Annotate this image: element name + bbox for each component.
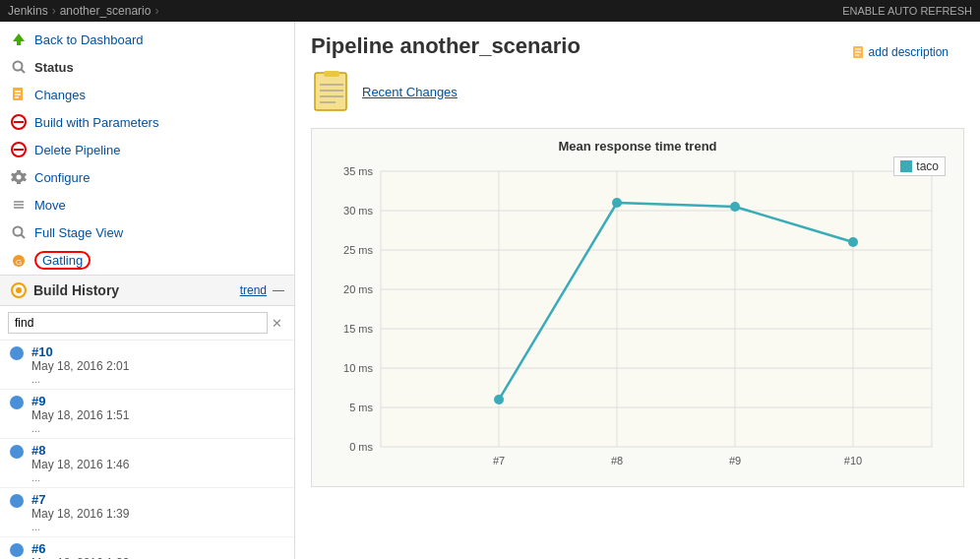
- sidebar-item-full-stage-view[interactable]: Full Stage View: [0, 218, 294, 246]
- svg-rect-32: [381, 171, 932, 447]
- build-history-section: Build History trend — ✕ #10 May 18, 2016…: [0, 275, 294, 559]
- svg-rect-1: [17, 41, 21, 45]
- move-link[interactable]: Move: [34, 198, 66, 213]
- sidebar-item-build-with-parameters[interactable]: Build with Parameters: [0, 108, 294, 136]
- add-description-label: add description: [869, 45, 949, 59]
- svg-point-2: [14, 62, 23, 71]
- svg-rect-26: [315, 73, 346, 110]
- recent-changes-link[interactable]: Recent Changes: [362, 85, 458, 99]
- changes-icon: [10, 86, 28, 103]
- build-date: May 18, 2016 1:46: [31, 458, 129, 471]
- build-list-item: #7 May 18, 2016 1:39 ...: [0, 488, 294, 537]
- svg-text:30 ms: 30 ms: [343, 205, 373, 217]
- full-stage-view-icon: [10, 223, 28, 241]
- legend-color-taco: [900, 160, 912, 172]
- build-sub: ...: [31, 471, 129, 483]
- gatling-icon: G: [10, 252, 28, 270]
- svg-line-17: [22, 235, 26, 239]
- auto-refresh-button[interactable]: ENABLE AUTO REFRESH: [842, 5, 972, 17]
- build-history-dash: —: [273, 283, 284, 297]
- breadcrumb-jenkins[interactable]: Jenkins: [8, 4, 48, 18]
- svg-text:25 ms: 25 ms: [343, 244, 373, 256]
- build-date: May 18, 2016 1:51: [31, 408, 129, 422]
- sidebar-item-configure[interactable]: Configure: [0, 163, 294, 191]
- build-sub: ...: [31, 373, 129, 385]
- chart-title: Mean response time trend: [322, 139, 953, 154]
- build-number-link[interactable]: #10: [31, 344, 53, 359]
- notepad-icon: [311, 71, 352, 112]
- configure-icon: [10, 168, 28, 186]
- svg-text:5 ms: 5 ms: [349, 402, 373, 413]
- gatling-link[interactable]: Gatling: [34, 251, 91, 270]
- breadcrumb-sep1: ›: [52, 4, 56, 18]
- build-history-title: Build History: [33, 282, 234, 298]
- delete-pipeline-link[interactable]: Delete Pipeline: [34, 143, 120, 157]
- build-number-link[interactable]: #8: [31, 443, 45, 458]
- sidebar-item-changes[interactable]: Changes: [0, 81, 294, 108]
- build-date: May 18, 2016 1:39: [31, 507, 129, 521]
- status-search-icon: [10, 58, 28, 76]
- svg-text:G: G: [16, 258, 22, 267]
- build-number-link[interactable]: #9: [31, 394, 45, 408]
- breadcrumb-scenario[interactable]: another_scenario: [60, 4, 152, 18]
- build-history-trend-link[interactable]: trend: [240, 283, 267, 297]
- svg-point-55: [494, 395, 504, 404]
- build-status-icon: [10, 445, 24, 459]
- build-sub: ...: [31, 422, 129, 434]
- status-link[interactable]: Status: [34, 60, 74, 75]
- svg-point-12: [17, 175, 22, 180]
- svg-text:15 ms: 15 ms: [343, 323, 373, 335]
- svg-point-57: [730, 202, 740, 212]
- build-number: #10: [31, 344, 129, 359]
- sidebar-item-status[interactable]: Status: [0, 53, 294, 81]
- sidebar-item-back-to-dashboard[interactable]: Back to Dashboard: [0, 26, 294, 53]
- svg-text:0 ms: 0 ms: [349, 441, 373, 453]
- build-list-item: #10 May 18, 2016 2:01 ...: [0, 341, 294, 390]
- build-search-bar: ✕: [0, 306, 294, 341]
- build-search-clear[interactable]: ✕: [268, 316, 286, 331]
- changes-link[interactable]: Changes: [34, 88, 86, 102]
- build-status-icon: [10, 396, 24, 409]
- build-list-item: #6 May 18, 2016 1:33 ...: [0, 537, 294, 559]
- add-description-button[interactable]: add description: [852, 45, 949, 59]
- build-number-link[interactable]: #7: [31, 492, 45, 507]
- svg-point-56: [612, 198, 622, 208]
- build-list-item: #8 May 18, 2016 1:46 ...: [0, 439, 294, 488]
- top-bar: Jenkins › another_scenario › ENABLE AUTO…: [0, 0, 980, 22]
- build-list: #10 May 18, 2016 2:01 ... #9 May 18, 201…: [0, 341, 294, 559]
- svg-text:#9: #9: [729, 455, 741, 466]
- svg-text:#7: #7: [493, 455, 505, 466]
- sidebar-item-gatling[interactable]: G Gatling: [0, 246, 294, 275]
- svg-text:#8: #8: [611, 455, 623, 466]
- full-stage-view-link[interactable]: Full Stage View: [34, 225, 123, 240]
- build-with-parameters-link[interactable]: Build with Parameters: [34, 115, 158, 130]
- back-to-dashboard-link[interactable]: Back to Dashboard: [34, 32, 144, 47]
- build-params-icon: [10, 113, 28, 131]
- chart-legend: taco: [893, 156, 946, 176]
- edit-icon: [852, 45, 866, 59]
- arrow-up-icon: [10, 31, 28, 48]
- svg-point-58: [848, 237, 858, 247]
- configure-link[interactable]: Configure: [34, 170, 90, 185]
- svg-text:10 ms: 10 ms: [343, 362, 373, 374]
- build-date: May 18, 2016 2:01: [31, 359, 129, 373]
- chart-svg: 35 ms 30 ms 25 ms 20 ms 15 ms 10 ms 5 ms…: [322, 161, 951, 476]
- svg-rect-27: [324, 71, 339, 77]
- build-number: #6: [31, 541, 129, 556]
- sidebar: Back to Dashboard Status Changes Build w…: [0, 22, 295, 559]
- breadcrumb: Jenkins › another_scenario ›: [8, 4, 158, 18]
- sidebar-item-move[interactable]: Move: [0, 191, 294, 218]
- legend-label-taco: taco: [916, 159, 939, 173]
- sidebar-item-delete-pipeline[interactable]: Delete Pipeline: [0, 136, 294, 163]
- svg-text:#10: #10: [844, 455, 862, 466]
- svg-text:20 ms: 20 ms: [343, 283, 373, 295]
- delete-pipeline-icon: [10, 141, 28, 158]
- build-search-input[interactable]: [8, 312, 268, 334]
- build-number: #7: [31, 492, 129, 507]
- build-sub: ...: [31, 521, 129, 532]
- build-number: #9: [31, 394, 129, 408]
- svg-point-21: [16, 287, 22, 293]
- chart-container: Mean response time trend taco: [311, 128, 964, 487]
- build-number: #8: [31, 443, 129, 458]
- build-number-link[interactable]: #6: [31, 541, 45, 556]
